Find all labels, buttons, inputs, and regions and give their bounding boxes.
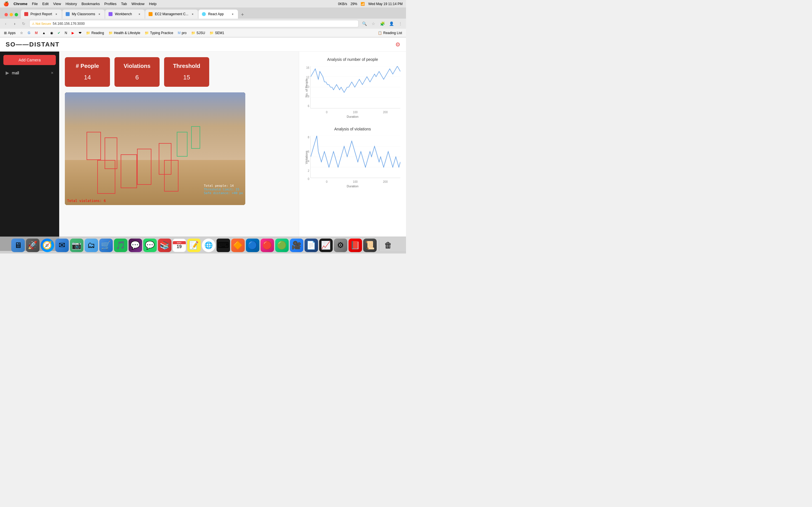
apple-menu[interactable]: 🍎 — [3, 1, 9, 6]
dock-zoom[interactable]: 🎥 — [290, 238, 303, 252]
app-logo: SO——DISTANT — [6, 41, 59, 48]
menu-icon[interactable]: ⋮ — [397, 20, 404, 27]
dock-chrome[interactable]: 🌐 — [202, 238, 215, 252]
bookmark-health[interactable]: 📁 Health & Lifestyle — [107, 31, 142, 36]
gmail-icon: M — [35, 31, 38, 35]
tab-close-icon[interactable]: × — [137, 12, 141, 16]
bookmark-sheets[interactable]: ✔ — [56, 31, 62, 36]
bookmark-maps[interactable]: ▲ — [41, 31, 47, 36]
add-camera-button[interactable]: Add Camera — [3, 55, 56, 65]
dock-vscode[interactable]: 🔵 — [246, 238, 259, 252]
tab-react-app[interactable]: React App × — [199, 10, 238, 18]
menubar-history[interactable]: History — [65, 2, 77, 6]
menubar-window[interactable]: Window — [132, 2, 144, 6]
url-bar[interactable]: ⚠ Not Secure 54.160.156.176:3000 — [29, 20, 359, 27]
dock-intellij[interactable]: 🔴 — [260, 238, 274, 252]
x-tick: 100 — [353, 111, 358, 114]
bookmark-label: SJSU — [197, 31, 205, 35]
extensions-icon[interactable]: 🧩 — [379, 20, 386, 27]
camera-remove-icon[interactable]: ✕ — [51, 71, 54, 75]
bookmark-notion[interactable]: N — [63, 31, 69, 36]
dock-trash[interactable]: 🗑 — [382, 238, 395, 252]
dock-safari[interactable]: 🧭 — [41, 238, 54, 252]
dock-notes[interactable]: 📝 — [187, 238, 201, 252]
menubar-bookmarks[interactable]: Bookmarks — [82, 2, 100, 6]
tab-close-icon[interactable]: × — [97, 12, 101, 16]
dock-spotify[interactable]: 🎵 — [114, 238, 128, 252]
back-button[interactable]: ‹ — [2, 20, 9, 27]
dock-finder[interactable]: 🖥 — [11, 238, 25, 252]
y-tick: 8 — [308, 136, 309, 139]
tab-close-icon[interactable]: × — [191, 12, 195, 16]
tab-close-icon[interactable]: × — [54, 12, 58, 16]
tab-close-icon[interactable]: × — [231, 12, 235, 16]
bookmark-reading[interactable]: 📁 Reading — [84, 31, 106, 36]
dock-slack[interactable]: 💬 — [129, 238, 142, 252]
tab-title: My Classrooms — [72, 12, 95, 16]
browser-chrome: Project Report × My Classrooms × Workben… — [0, 8, 406, 38]
menubar-profiles[interactable]: Profiles — [104, 2, 116, 6]
dock-facetime[interactable]: 📷 — [70, 238, 84, 252]
tab-project-report[interactable]: Project Report × — [21, 10, 62, 18]
dock-files[interactable]: 🗂 — [85, 238, 98, 252]
play-icon[interactable]: ▶ — [6, 70, 9, 75]
dock-calendar[interactable]: MAY 19 — [172, 238, 186, 252]
dock-stocks[interactable]: 📈 — [319, 238, 333, 252]
bookmark-star[interactable]: ☆ — [18, 31, 25, 36]
bookmark-label: Health & Lifestyle — [114, 31, 140, 35]
dock-script[interactable]: 📜 — [363, 238, 377, 252]
tab-title: React App — [208, 12, 229, 16]
bookmark-label: Apps — [8, 31, 15, 35]
bookmark-sem1[interactable]: 📁 SEM1 — [208, 31, 226, 36]
bookmark-apps[interactable]: ⊞ Apps — [2, 31, 17, 36]
menubar-file[interactable]: File — [32, 2, 38, 6]
violations-text: Total violations: 6 — [67, 199, 106, 203]
close-button[interactable] — [4, 13, 8, 16]
menubar-tab[interactable]: Tab — [121, 2, 127, 6]
dock-word[interactable]: 📄 — [305, 238, 318, 252]
dock-syspreferences[interactable]: ⚙ — [334, 238, 347, 252]
tab-my-classrooms[interactable]: My Classrooms × — [62, 10, 105, 18]
menubar-chrome[interactable]: Chrome — [13, 2, 28, 6]
settings-gear-icon[interactable]: ⚙ — [395, 41, 400, 48]
stat-people-title: # People — [71, 63, 103, 69]
dock-whatsapp[interactable]: 💬 — [143, 238, 157, 252]
detection-box — [87, 132, 101, 160]
url-text: 54.160.156.176:3000 — [53, 22, 85, 25]
bookmark-meet[interactable]: ◉ — [49, 31, 55, 36]
dock-sublime[interactable]: 🔶 — [231, 238, 245, 252]
dock-acrobat[interactable]: 📕 — [349, 238, 362, 252]
bookmark-sjsu[interactable]: 📁 SJSU — [190, 31, 207, 36]
bookmark-pro[interactable]: M pro — [176, 31, 188, 36]
bookmark-reddit[interactable]: ❤ — [77, 31, 83, 36]
dock-dash[interactable]: 📚 — [158, 238, 171, 252]
menubar-help[interactable]: Help — [149, 2, 157, 6]
bookmark-google[interactable]: G — [26, 31, 32, 36]
new-tab-button[interactable]: + — [239, 11, 246, 18]
search-icon[interactable]: 🔍 — [361, 20, 368, 27]
fullscreen-button[interactable] — [15, 13, 18, 16]
bookmark-star-icon[interactable]: ☆ — [370, 20, 377, 27]
profile-icon[interactable]: 👤 — [388, 20, 395, 27]
dock-mail[interactable]: ✉ — [55, 238, 69, 252]
google-icon: G — [28, 31, 30, 35]
forward-button[interactable]: › — [11, 20, 18, 27]
dock-pycharm[interactable]: 🟢 — [275, 238, 289, 252]
people-chart-x-ticks: 0 100 200 — [313, 111, 400, 114]
minimize-button[interactable] — [10, 13, 13, 16]
menubar-edit[interactable]: Edit — [42, 2, 49, 6]
bookmark-label: Typing Practice — [150, 31, 173, 35]
dock-launchpad[interactable]: 🚀 — [26, 238, 40, 252]
bookmark-gmail[interactable]: M — [33, 31, 40, 36]
bookmark-typing[interactable]: 📁 Typing Practice — [143, 31, 175, 36]
bookmark-youtube[interactable]: ▶ — [70, 31, 76, 36]
menubar-view[interactable]: View — [53, 2, 61, 6]
dock-terminal[interactable]: ⌨ — [216, 238, 230, 252]
bookmark-reading-list[interactable]: 📋 Reading List — [376, 31, 404, 36]
tab-workbench[interactable]: Workbench × — [105, 10, 145, 18]
refresh-button[interactable]: ↻ — [20, 20, 27, 27]
camera-item-mall[interactable]: ▶ mall ✕ — [3, 68, 56, 77]
dock-appstore[interactable]: 🛒 — [99, 238, 113, 252]
dock: 🖥 🚀 🧭 ✉ 📷 🗂 🛒 🎵 💬 💬 📚 MAY 19 📝 🌐 ⌨ 🔶 🔵 🔴… — [0, 237, 406, 253]
tab-ec2[interactable]: EC2 Management C... × — [145, 10, 198, 18]
